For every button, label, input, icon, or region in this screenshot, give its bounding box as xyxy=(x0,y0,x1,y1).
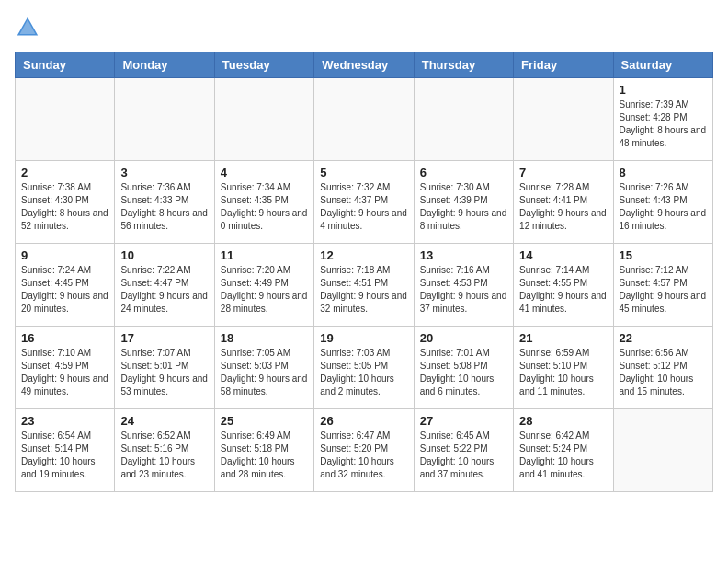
calendar-day-cell xyxy=(613,409,712,492)
day-number: 1 xyxy=(620,83,707,97)
day-info: Sunrise: 6:47 AM Sunset: 5:20 PM Dayligh… xyxy=(320,430,407,481)
day-number: 9 xyxy=(21,248,108,262)
calendar-day-cell: 9Sunrise: 7:24 AM Sunset: 4:45 PM Daylig… xyxy=(16,244,115,327)
calendar-day-cell: 20Sunrise: 7:01 AM Sunset: 5:08 PM Dayli… xyxy=(414,327,513,409)
day-info: Sunrise: 7:32 AM Sunset: 4:37 PM Dayligh… xyxy=(320,181,407,233)
day-number: 3 xyxy=(120,166,208,179)
logo-icon xyxy=(15,15,40,40)
day-info: Sunrise: 7:05 AM Sunset: 5:03 PM Dayligh… xyxy=(221,347,308,398)
calendar-day-cell: 5Sunrise: 7:32 AM Sunset: 4:37 PM Daylig… xyxy=(314,161,414,244)
day-number: 13 xyxy=(420,248,507,262)
day-number: 20 xyxy=(420,331,507,345)
weekday-header: Monday xyxy=(115,52,214,78)
day-info: Sunrise: 6:52 AM Sunset: 5:16 PM Dayligh… xyxy=(120,430,208,481)
day-number: 25 xyxy=(221,414,308,428)
day-info: Sunrise: 6:42 AM Sunset: 5:24 PM Dayligh… xyxy=(519,430,607,481)
calendar-day-cell: 28Sunrise: 6:42 AM Sunset: 5:24 PM Dayli… xyxy=(514,409,613,492)
day-number: 15 xyxy=(620,248,707,262)
day-number: 28 xyxy=(519,414,607,428)
weekday-header: Tuesday xyxy=(214,52,313,78)
calendar-day-cell: 1Sunrise: 7:39 AM Sunset: 4:28 PM Daylig… xyxy=(613,78,712,161)
calendar-day-cell: 8Sunrise: 7:26 AM Sunset: 4:43 PM Daylig… xyxy=(613,161,712,244)
day-info: Sunrise: 6:59 AM Sunset: 5:10 PM Dayligh… xyxy=(519,347,607,398)
calendar-day-cell: 6Sunrise: 7:30 AM Sunset: 4:39 PM Daylig… xyxy=(414,161,513,244)
day-info: Sunrise: 7:36 AM Sunset: 4:33 PM Dayligh… xyxy=(120,181,208,233)
weekday-header: Saturday xyxy=(613,52,712,78)
calendar-day-cell xyxy=(514,78,613,161)
calendar-header-row: SundayMondayTuesdayWednesdayThursdayFrid… xyxy=(16,52,713,78)
day-number: 12 xyxy=(320,248,407,262)
calendar-day-cell: 27Sunrise: 6:45 AM Sunset: 5:22 PM Dayli… xyxy=(414,409,513,492)
calendar-day-cell: 3Sunrise: 7:36 AM Sunset: 4:33 PM Daylig… xyxy=(115,161,214,244)
day-info: Sunrise: 6:56 AM Sunset: 5:12 PM Dayligh… xyxy=(620,347,707,398)
day-number: 21 xyxy=(519,331,607,345)
day-number: 7 xyxy=(519,166,607,179)
calendar-day-cell: 18Sunrise: 7:05 AM Sunset: 5:03 PM Dayli… xyxy=(214,327,313,409)
logo xyxy=(15,15,42,40)
day-info: Sunrise: 7:16 AM Sunset: 4:53 PM Dayligh… xyxy=(420,264,507,316)
day-number: 6 xyxy=(420,166,507,179)
day-info: Sunrise: 7:26 AM Sunset: 4:43 PM Dayligh… xyxy=(620,181,707,233)
calendar-day-cell: 24Sunrise: 6:52 AM Sunset: 5:16 PM Dayli… xyxy=(115,409,214,492)
day-number: 2 xyxy=(21,166,108,179)
weekday-header: Friday xyxy=(514,52,613,78)
day-info: Sunrise: 7:28 AM Sunset: 4:41 PM Dayligh… xyxy=(519,181,607,233)
day-number: 24 xyxy=(120,414,208,428)
calendar-day-cell: 15Sunrise: 7:12 AM Sunset: 4:57 PM Dayli… xyxy=(613,244,712,327)
day-info: Sunrise: 7:34 AM Sunset: 4:35 PM Dayligh… xyxy=(221,181,308,233)
calendar-day-cell: 4Sunrise: 7:34 AM Sunset: 4:35 PM Daylig… xyxy=(214,161,313,244)
page-header xyxy=(15,15,713,40)
calendar-day-cell: 16Sunrise: 7:10 AM Sunset: 4:59 PM Dayli… xyxy=(16,327,115,409)
calendar-day-cell: 23Sunrise: 6:54 AM Sunset: 5:14 PM Dayli… xyxy=(16,409,115,492)
calendar-day-cell: 19Sunrise: 7:03 AM Sunset: 5:05 PM Dayli… xyxy=(314,327,414,409)
day-info: Sunrise: 7:22 AM Sunset: 4:47 PM Dayligh… xyxy=(120,264,208,316)
day-number: 11 xyxy=(221,248,308,262)
calendar-day-cell: 11Sunrise: 7:20 AM Sunset: 4:49 PM Dayli… xyxy=(214,244,313,327)
day-info: Sunrise: 6:49 AM Sunset: 5:18 PM Dayligh… xyxy=(221,430,308,481)
day-info: Sunrise: 6:54 AM Sunset: 5:14 PM Dayligh… xyxy=(21,430,108,481)
calendar-week-row: 1Sunrise: 7:39 AM Sunset: 4:28 PM Daylig… xyxy=(16,78,713,161)
calendar-day-cell: 14Sunrise: 7:14 AM Sunset: 4:55 PM Dayli… xyxy=(514,244,613,327)
day-number: 14 xyxy=(519,248,607,262)
calendar-day-cell: 25Sunrise: 6:49 AM Sunset: 5:18 PM Dayli… xyxy=(214,409,313,492)
calendar-week-row: 9Sunrise: 7:24 AM Sunset: 4:45 PM Daylig… xyxy=(16,244,713,327)
calendar-day-cell: 2Sunrise: 7:38 AM Sunset: 4:30 PM Daylig… xyxy=(16,161,115,244)
calendar-week-row: 2Sunrise: 7:38 AM Sunset: 4:30 PM Daylig… xyxy=(16,161,713,244)
weekday-header: Thursday xyxy=(414,52,513,78)
calendar-day-cell xyxy=(314,78,414,161)
day-number: 16 xyxy=(21,331,108,345)
day-number: 22 xyxy=(620,331,707,345)
day-number: 26 xyxy=(320,414,407,428)
day-info: Sunrise: 7:12 AM Sunset: 4:57 PM Dayligh… xyxy=(620,264,707,316)
calendar-day-cell xyxy=(214,78,313,161)
calendar-day-cell: 12Sunrise: 7:18 AM Sunset: 4:51 PM Dayli… xyxy=(314,244,414,327)
calendar-day-cell: 26Sunrise: 6:47 AM Sunset: 5:20 PM Dayli… xyxy=(314,409,414,492)
calendar-day-cell xyxy=(16,78,115,161)
calendar-day-cell: 7Sunrise: 7:28 AM Sunset: 4:41 PM Daylig… xyxy=(514,161,613,244)
day-info: Sunrise: 7:20 AM Sunset: 4:49 PM Dayligh… xyxy=(221,264,308,316)
calendar-day-cell: 10Sunrise: 7:22 AM Sunset: 4:47 PM Dayli… xyxy=(115,244,214,327)
weekday-header: Sunday xyxy=(16,52,115,78)
day-number: 27 xyxy=(420,414,507,428)
day-number: 10 xyxy=(120,248,208,262)
day-info: Sunrise: 7:01 AM Sunset: 5:08 PM Dayligh… xyxy=(420,347,507,398)
calendar-week-row: 23Sunrise: 6:54 AM Sunset: 5:14 PM Dayli… xyxy=(16,409,713,492)
day-number: 5 xyxy=(320,166,407,179)
day-info: Sunrise: 7:38 AM Sunset: 4:30 PM Dayligh… xyxy=(21,181,108,233)
calendar-day-cell: 21Sunrise: 6:59 AM Sunset: 5:10 PM Dayli… xyxy=(514,327,613,409)
day-number: 17 xyxy=(120,331,208,345)
day-number: 19 xyxy=(320,331,407,345)
day-info: Sunrise: 7:18 AM Sunset: 4:51 PM Dayligh… xyxy=(320,264,407,316)
calendar-day-cell: 13Sunrise: 7:16 AM Sunset: 4:53 PM Dayli… xyxy=(414,244,513,327)
day-info: Sunrise: 7:24 AM Sunset: 4:45 PM Dayligh… xyxy=(21,264,108,316)
calendar-week-row: 16Sunrise: 7:10 AM Sunset: 4:59 PM Dayli… xyxy=(16,327,713,409)
calendar-day-cell xyxy=(414,78,513,161)
weekday-header: Wednesday xyxy=(314,52,414,78)
day-number: 8 xyxy=(620,166,707,179)
day-info: Sunrise: 7:30 AM Sunset: 4:39 PM Dayligh… xyxy=(420,181,507,233)
day-info: Sunrise: 7:03 AM Sunset: 5:05 PM Dayligh… xyxy=(320,347,407,398)
calendar-day-cell xyxy=(115,78,214,161)
day-number: 4 xyxy=(221,166,308,179)
day-info: Sunrise: 6:45 AM Sunset: 5:22 PM Dayligh… xyxy=(420,430,507,481)
day-info: Sunrise: 7:14 AM Sunset: 4:55 PM Dayligh… xyxy=(519,264,607,316)
